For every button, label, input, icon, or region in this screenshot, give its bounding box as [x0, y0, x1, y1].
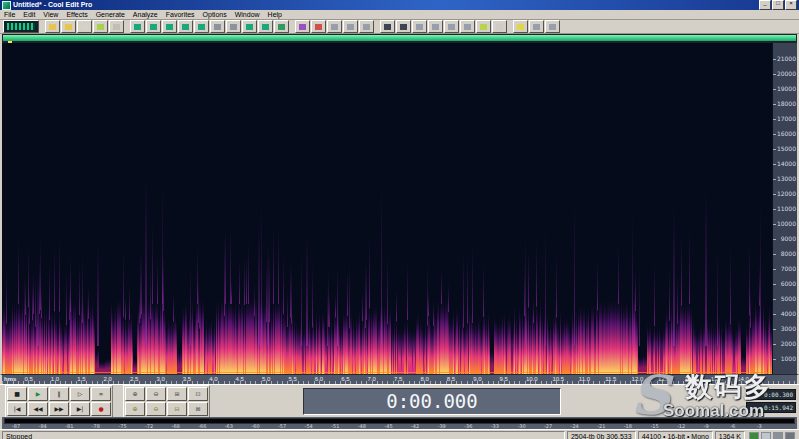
spectrogram-canvas[interactable] — [2, 43, 772, 374]
selview-value-1[interactable]: 0:15.942 — [746, 402, 796, 413]
zoom-out-button[interactable]: ⊖ — [146, 387, 166, 401]
menu-favorites[interactable]: Favorites — [166, 10, 195, 19]
zoom-in-vertical-button[interactable]: ⊕ — [125, 402, 145, 416]
selview-value-0[interactable]: 0:00.300 — [746, 389, 796, 400]
app-icon[interactable] — [2, 1, 11, 10]
go-to-end-button[interactable]: ▶| — [70, 402, 90, 416]
timeline-ruler[interactable]: hms 0.51.01.52.02.53.03.54.04.55.05.56.0… — [0, 374, 799, 384]
menu-effects[interactable]: Effects — [66, 10, 87, 19]
convert-sample-type-button[interactable] — [178, 20, 193, 33]
close-button[interactable]: × — [785, 0, 797, 10]
zoom-left-edge-button[interactable]: ⊟ — [167, 402, 187, 416]
freq-tick — [773, 74, 776, 75]
fast-forward-button[interactable]: ▶▶ — [49, 402, 69, 416]
repeat-last-command-button[interactable] — [162, 20, 177, 33]
frequency-ruler[interactable]: 2100020000190001800017000160001500014000… — [772, 43, 797, 374]
settings-button[interactable] — [444, 20, 459, 33]
menu-file[interactable]: File — [4, 10, 15, 19]
tray-pen-icon[interactable] — [761, 432, 771, 439]
play-button[interactable]: ▶ — [28, 387, 48, 401]
play-looped-button[interactable]: ∞ — [91, 387, 111, 401]
copy-to-new-button[interactable] — [194, 20, 209, 33]
zoom-full-button[interactable]: ⊞ — [167, 387, 187, 401]
tray-eq-icon[interactable] — [749, 432, 759, 439]
copy-icon — [230, 24, 237, 30]
freq-tick — [773, 314, 776, 315]
paste-button[interactable] — [242, 20, 257, 33]
cut-button[interactable] — [210, 20, 225, 33]
delete-selection-button[interactable] — [274, 20, 289, 33]
freq-label: 13000 — [777, 176, 796, 182]
record-button[interactable]: ● — [91, 402, 111, 416]
go-to-beginning-button[interactable]: |◀ — [7, 402, 27, 416]
menu-edit[interactable]: Edit — [23, 10, 35, 19]
zoom-out-vertical-button[interactable]: ⊖ — [146, 402, 166, 416]
minimize-button[interactable]: _ — [759, 0, 771, 10]
monitor-record-level-icon — [496, 24, 503, 30]
copy-button[interactable] — [226, 20, 241, 33]
freq-label: 11000 — [777, 206, 796, 212]
freq-tick — [773, 89, 776, 90]
waveform-view-toggle-button[interactable] — [3, 20, 39, 33]
menu-view[interactable]: View — [43, 10, 58, 19]
maximize-button[interactable]: □ — [772, 0, 784, 10]
overview-scroll-bar[interactable] — [3, 35, 796, 41]
menu-analyze[interactable]: Analyze — [133, 10, 158, 19]
timeline-label: 14.0 — [737, 376, 749, 382]
waveform-colors-button[interactable] — [396, 20, 411, 33]
tray-wrench-icon[interactable] — [785, 432, 795, 439]
phase-analysis-button[interactable] — [343, 20, 358, 33]
device-properties-button[interactable] — [460, 20, 475, 33]
button-row: |◀◀◀▶▶▶|● — [7, 402, 111, 416]
play-to-end-button[interactable]: ▷ — [70, 387, 90, 401]
status-field-1: 44100 • 16-bit • Mono — [638, 431, 713, 439]
meters-toggle-button[interactable] — [476, 20, 491, 33]
whats-this-button[interactable] — [529, 20, 544, 33]
level-meter[interactable]: -87-84-81-78-75-72-69-66-63-60-57-54-51-… — [0, 417, 799, 429]
mix-paste-button[interactable] — [258, 20, 273, 33]
meter-scale-label: -75 — [118, 423, 126, 429]
transport-buttons: ■▶‖▷∞|◀◀◀▶▶▶|● — [5, 385, 113, 418]
stop-button[interactable]: ■ — [7, 387, 27, 401]
pause-button[interactable]: ‖ — [49, 387, 69, 401]
undo-button[interactable] — [130, 20, 145, 33]
frequency-analysis-icon — [331, 24, 338, 30]
meter-scale-label: -45 — [384, 423, 392, 429]
show-boundaries-button[interactable] — [428, 20, 443, 33]
batch-processing-button[interactable] — [359, 20, 374, 33]
save-all-button[interactable] — [93, 20, 108, 33]
open-file-button[interactable] — [45, 20, 60, 33]
rewind-button[interactable]: ◀◀ — [28, 402, 48, 416]
monitor-record-level-button[interactable] — [492, 20, 507, 33]
undo-icon — [134, 24, 141, 30]
timeline-label: 13.5 — [711, 376, 723, 382]
time-display[interactable]: 0:00.000 — [303, 388, 561, 415]
freq-tick — [773, 224, 776, 225]
file-properties-button[interactable] — [109, 20, 124, 33]
zoom-to-selection-button[interactable]: ⊡ — [188, 387, 208, 401]
meter-scale-label: -54 — [305, 423, 313, 429]
menu-options[interactable]: Options — [203, 10, 227, 19]
freq-label: 7000 — [781, 266, 796, 272]
save-file-button[interactable] — [77, 20, 92, 33]
freq-label: 16000 — [777, 131, 796, 137]
menu-help[interactable]: Help — [268, 10, 282, 19]
show-grid-button[interactable] — [412, 20, 427, 33]
tray-volume-icon[interactable] — [773, 432, 783, 439]
organize-favorites-button[interactable] — [311, 20, 326, 33]
help-contents-button[interactable] — [513, 20, 528, 33]
open-file-as-button[interactable] — [61, 20, 76, 33]
zoom-right-edge-button[interactable]: ⊠ — [188, 402, 208, 416]
menu-generate[interactable]: Generate — [96, 10, 125, 19]
menu-window[interactable]: Window — [235, 10, 260, 19]
timeline-label: 8.0 — [420, 376, 428, 382]
edit-script-button[interactable] — [295, 20, 310, 33]
redo-button[interactable] — [146, 20, 161, 33]
meter-scale-label: -3 — [757, 423, 762, 429]
about-button[interactable] — [545, 20, 560, 33]
freq-tick — [773, 239, 776, 240]
frequency-analysis-button[interactable] — [327, 20, 342, 33]
paste-icon — [246, 24, 253, 30]
zoom-in-button[interactable]: ⊕ — [125, 387, 145, 401]
spectral-view-button[interactable] — [380, 20, 395, 33]
